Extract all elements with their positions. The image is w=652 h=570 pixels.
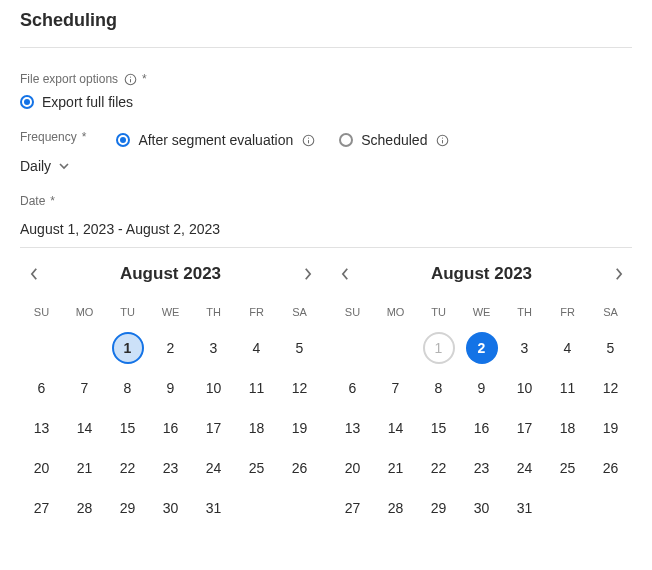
calendar-day[interactable]: 11	[235, 368, 278, 408]
calendar-day[interactable]: 7	[374, 368, 417, 408]
calendar-day[interactable]: 13	[20, 408, 63, 448]
calendar-day[interactable]: 18	[546, 408, 589, 448]
calendar-day[interactable]: 9	[460, 368, 503, 408]
calendar-empty-cell	[20, 328, 63, 368]
calendar-day[interactable]: 6	[331, 368, 374, 408]
info-icon[interactable]	[301, 133, 315, 147]
calendar-day[interactable]: 12	[589, 368, 632, 408]
calendar-day[interactable]: 3	[192, 328, 235, 368]
calendar-day[interactable]: 22	[106, 448, 149, 488]
calendar-day[interactable]: 31	[192, 488, 235, 528]
calendar-day[interactable]: 20	[331, 448, 374, 488]
calendar-day[interactable]: 25	[235, 448, 278, 488]
calendar-day[interactable]: 29	[417, 488, 460, 528]
calendar-day[interactable]: 9	[149, 368, 192, 408]
calendar-day[interactable]: 19	[589, 408, 632, 448]
calendar-day[interactable]: 20	[20, 448, 63, 488]
calendar-day[interactable]: 16	[149, 408, 192, 448]
calendar-day[interactable]: 5	[589, 328, 632, 368]
calendar-day[interactable]: 23	[149, 448, 192, 488]
calendar-empty-cell	[374, 328, 417, 368]
calendar-day[interactable]: 2	[149, 328, 192, 368]
export-full-files-label: Export full files	[42, 94, 133, 110]
calendar-day[interactable]: 10	[192, 368, 235, 408]
calendar-day[interactable]: 17	[503, 408, 546, 448]
scheduled-option[interactable]: Scheduled	[339, 132, 449, 148]
info-icon[interactable]	[435, 133, 449, 147]
calendar-day[interactable]: 19	[278, 408, 321, 448]
calendar-day[interactable]: 28	[63, 488, 106, 528]
calendar-day[interactable]: 14	[63, 408, 106, 448]
calendar-day[interactable]: 24	[503, 448, 546, 488]
calendar-day[interactable]: 26	[278, 448, 321, 488]
required-asterisk: *	[142, 72, 147, 86]
export-full-files-option[interactable]: Export full files	[20, 94, 632, 110]
file-export-label: File export options *	[20, 72, 632, 86]
calendar-day[interactable]: 25	[546, 448, 589, 488]
calendar-day[interactable]: 28	[374, 488, 417, 528]
next-month-button[interactable]	[297, 264, 317, 284]
calendar-day[interactable]: 29	[106, 488, 149, 528]
calendar-day[interactable]: 27	[20, 488, 63, 528]
prev-month-button[interactable]	[24, 264, 44, 284]
frequency-value: Daily	[20, 158, 51, 174]
date-label: Date *	[20, 194, 632, 208]
calendar-day[interactable]: 7	[63, 368, 106, 408]
calendar-day[interactable]: 12	[278, 368, 321, 408]
info-icon[interactable]	[123, 72, 137, 86]
calendar-dow: WE	[460, 300, 503, 328]
calendar-dow: WE	[149, 300, 192, 328]
calendar-dow: TH	[192, 300, 235, 328]
calendar-day[interactable]: 15	[106, 408, 149, 448]
chevron-down-icon	[59, 158, 69, 174]
calendar-day[interactable]: 27	[331, 488, 374, 528]
after-segment-label: After segment evaluation	[138, 132, 293, 148]
calendar-day[interactable]: 15	[417, 408, 460, 448]
calendar-day[interactable]: 18	[235, 408, 278, 448]
calendar-day[interactable]: 2	[460, 328, 503, 368]
calendar-day: 1	[417, 328, 460, 368]
calendar: August 2023SUMOTUWETHFRSA123456789101112…	[20, 264, 321, 528]
calendar-day[interactable]: 5	[278, 328, 321, 368]
next-month-button[interactable]	[608, 264, 628, 284]
svg-point-7	[442, 137, 443, 138]
prev-month-button[interactable]	[335, 264, 355, 284]
calendar-day[interactable]: 10	[503, 368, 546, 408]
calendar-day[interactable]: 14	[374, 408, 417, 448]
calendar: August 2023SUMOTUWETHFRSA123456789101112…	[331, 264, 632, 528]
frequency-select[interactable]: Daily	[20, 158, 86, 174]
calendar-title: August 2023	[431, 264, 532, 284]
scheduled-label: Scheduled	[361, 132, 427, 148]
calendar-day[interactable]: 26	[589, 448, 632, 488]
calendar-day[interactable]: 23	[460, 448, 503, 488]
radio-selected-icon	[116, 133, 130, 147]
calendar-day[interactable]: 8	[106, 368, 149, 408]
calendar-day[interactable]: 11	[546, 368, 589, 408]
calendar-day[interactable]: 21	[63, 448, 106, 488]
calendar-day[interactable]: 4	[546, 328, 589, 368]
calendar-day[interactable]: 1	[106, 328, 149, 368]
svg-point-1	[129, 76, 130, 77]
calendar-day[interactable]: 21	[374, 448, 417, 488]
calendar-day[interactable]: 22	[417, 448, 460, 488]
calendar-day[interactable]: 30	[460, 488, 503, 528]
calendar-day[interactable]: 17	[192, 408, 235, 448]
after-segment-option[interactable]: After segment evaluation	[116, 132, 315, 148]
calendar-dow: FR	[546, 300, 589, 328]
calendar-header: August 2023	[331, 264, 632, 284]
required-asterisk: *	[50, 194, 55, 208]
calendar-day[interactable]: 30	[149, 488, 192, 528]
calendar-day[interactable]: 13	[331, 408, 374, 448]
calendar-day[interactable]: 3	[503, 328, 546, 368]
required-asterisk: *	[82, 130, 87, 144]
calendar-dow: TU	[417, 300, 460, 328]
calendar-day[interactable]: 24	[192, 448, 235, 488]
calendar-day[interactable]: 8	[417, 368, 460, 408]
calendar-day[interactable]: 31	[503, 488, 546, 528]
calendar-day[interactable]: 4	[235, 328, 278, 368]
calendar-day[interactable]: 16	[460, 408, 503, 448]
calendar-day[interactable]: 6	[20, 368, 63, 408]
calendar-dow: MO	[63, 300, 106, 328]
date-range-input[interactable]: August 1, 2023 - August 2, 2023	[20, 216, 632, 248]
radio-selected-icon	[20, 95, 34, 109]
